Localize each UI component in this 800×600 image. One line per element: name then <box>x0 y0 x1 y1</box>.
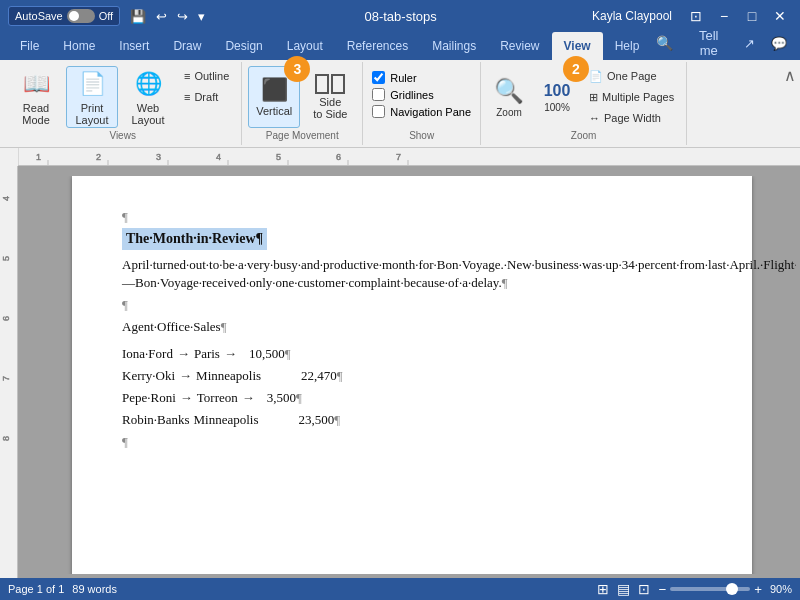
multiple-pages-button[interactable]: ⊞ Multiple Pages <box>583 87 680 107</box>
view-reading-button[interactable]: ▤ <box>617 581 630 597</box>
zoom-100-icon: 100 <box>544 82 571 100</box>
print-layout-label: PrintLayout <box>75 102 108 126</box>
print-layout-button[interactable]: 📄 PrintLayout <box>66 66 118 128</box>
autosave-toggle[interactable]: AutoSave Off <box>8 6 120 26</box>
side-to-side-label: Sideto Side <box>313 96 347 120</box>
page-indicator: Page 1 of 1 <box>8 583 64 595</box>
maximize-button[interactable]: □ <box>740 4 764 28</box>
ribbon-group-page-movement: ⬛ Vertical 3 Sideto Side Page Movement <box>242 62 363 145</box>
page-container[interactable]: ¶ The·Month·in·Review¶ April·turned·out·… <box>28 176 796 574</box>
body-paragraph: April·turned·out·to·be·a·very·busy·and·p… <box>122 256 702 292</box>
undo-button[interactable]: ↩ <box>152 7 171 26</box>
tab-file[interactable]: File <box>8 32 51 60</box>
entry-name-2: Kerry·Oki <box>122 367 175 385</box>
ribbon: 📖 ReadMode 📄 PrintLayout 🌐 WebLayout ≡ O… <box>0 60 800 148</box>
share-button[interactable]: ↗ <box>739 34 760 53</box>
print-layout-icon: 📄 <box>76 68 108 100</box>
zoom-icon: 🔍 <box>494 77 524 105</box>
web-layout-button[interactable]: 🌐 WebLayout <box>122 66 174 128</box>
draft-button[interactable]: ≡ Draft <box>178 87 235 107</box>
tab-references[interactable]: References <box>335 32 420 60</box>
tab-insert[interactable]: Insert <box>107 32 161 60</box>
ribbon-group-show: Ruler Gridlines Navigation Pane Show <box>363 62 481 145</box>
tab-home[interactable]: Home <box>51 32 107 60</box>
zoom-percentage: 90% <box>770 583 792 595</box>
read-mode-button[interactable]: 📖 ReadMode <box>10 66 62 128</box>
arrow-1: → <box>177 345 190 363</box>
zoom-button[interactable]: 🔍 Zoom <box>487 66 531 128</box>
tab-design[interactable]: Design <box>213 32 274 60</box>
zoom-100-label: 100% <box>544 102 570 113</box>
tab-review[interactable]: Review <box>488 32 551 60</box>
entry-kerry-oki: Kerry·Oki → Minneapolis 22,470¶ <box>122 367 702 385</box>
section-heading: Agent·Office·Sales¶ <box>122 318 702 336</box>
horizontal-ruler: // draw ruler ticks via JS after render … <box>18 148 800 166</box>
zoom-slider: − + <box>658 582 762 597</box>
quick-access-toolbar: 💾 ↩ ↪ ▾ <box>126 7 209 26</box>
gridlines-checkbox-row[interactable]: Gridlines <box>369 87 474 102</box>
page-movement-content: ⬛ Vertical 3 Sideto Side <box>248 64 356 130</box>
autosave-state: Off <box>99 10 113 22</box>
views-group-label: Views <box>109 130 136 143</box>
entry-city-2: Minneapolis <box>196 367 261 385</box>
comment-button[interactable]: 💬 <box>766 34 792 53</box>
autosave-toggle-switch[interactable] <box>67 9 95 23</box>
tab-layout[interactable]: Layout <box>275 32 335 60</box>
redo-button[interactable]: ↪ <box>173 7 192 26</box>
document-page[interactable]: ¶ The·Month·in·Review¶ April·turned·out·… <box>72 176 752 574</box>
arrow-5: → <box>242 389 255 407</box>
svg-text:6: 6 <box>1 316 11 321</box>
zoom-content: 🔍 Zoom 100 100% 2 📄 One Page ⊞ Multipl <box>487 64 680 130</box>
show-group-label: Show <box>409 130 434 143</box>
tell-me-label[interactable]: Tell me <box>684 26 733 60</box>
document-area: // draw ruler ticks via JS after render … <box>0 148 800 578</box>
ribbon-collapse-button[interactable]: ∧ <box>784 66 796 85</box>
navigation-label: Navigation Pane <box>390 106 471 118</box>
status-right: ⊞ ▤ ⊡ − + 90% <box>597 581 792 597</box>
ruler-checkbox[interactable] <box>372 71 385 84</box>
document-title-text: The·Month·in·Review¶ <box>122 228 267 250</box>
gridlines-checkbox[interactable] <box>372 88 385 101</box>
zoom-in-button[interactable]: + <box>754 582 762 597</box>
navigation-checkbox[interactable] <box>372 105 385 118</box>
navigation-checkbox-row[interactable]: Navigation Pane <box>369 104 474 119</box>
ruler-checkbox-row[interactable]: Ruler <box>369 70 474 85</box>
tab-help[interactable]: Help <box>603 32 652 60</box>
vertical-ruler: 4 5 6 7 8 <box>0 166 18 578</box>
search-button[interactable]: 🔍 <box>651 33 678 53</box>
svg-rect-16 <box>0 166 18 578</box>
svg-rect-0 <box>18 148 800 166</box>
page-width-button[interactable]: ↔ Page Width <box>583 108 680 128</box>
draft-icon: ≡ <box>184 91 190 103</box>
svg-text:7: 7 <box>1 376 11 381</box>
page-size-buttons: 📄 One Page ⊞ Multiple Pages ↔ Page Width <box>583 66 680 128</box>
zoom-group-label: Zoom <box>571 130 597 143</box>
entry-name-1: Iona·Ford <box>122 345 173 363</box>
view-web-button[interactable]: ⊡ <box>638 581 650 597</box>
zoom-thumb[interactable] <box>726 583 738 595</box>
one-page-label: One Page <box>607 70 657 82</box>
side-to-side-button[interactable]: Sideto Side <box>304 66 356 128</box>
ribbon-group-zoom: 🔍 Zoom 100 100% 2 📄 One Page ⊞ Multipl <box>481 62 687 145</box>
zoom-track[interactable] <box>670 587 750 591</box>
zoom-out-button[interactable]: − <box>658 582 666 597</box>
ribbon-tabs: File Home Insert Draw Design Layout Refe… <box>0 32 800 60</box>
customize-qa-button[interactable]: ▾ <box>194 7 209 26</box>
tab-draw[interactable]: Draw <box>161 32 213 60</box>
one-page-button[interactable]: 📄 One Page <box>583 66 680 86</box>
entry-city-4: Minneapolis <box>194 411 259 429</box>
ribbon-display-button[interactable]: ⊡ <box>684 4 708 28</box>
tab-mailings[interactable]: Mailings <box>420 32 488 60</box>
draft-label: Draft <box>194 91 218 103</box>
minimize-button[interactable]: − <box>712 4 736 28</box>
svg-text:4: 4 <box>216 152 221 162</box>
svg-text:6: 6 <box>336 152 341 162</box>
view-normal-button[interactable]: ⊞ <box>597 581 609 597</box>
save-button[interactable]: 💾 <box>126 7 150 26</box>
entry-name-3: Pepe·Roni <box>122 389 176 407</box>
close-button[interactable]: ✕ <box>768 4 792 28</box>
vertical-icon: ⬛ <box>261 77 288 103</box>
autosave-label: AutoSave <box>15 10 63 22</box>
show-content: Ruler Gridlines Navigation Pane <box>369 64 474 130</box>
outline-button[interactable]: ≡ Outline <box>178 66 235 86</box>
